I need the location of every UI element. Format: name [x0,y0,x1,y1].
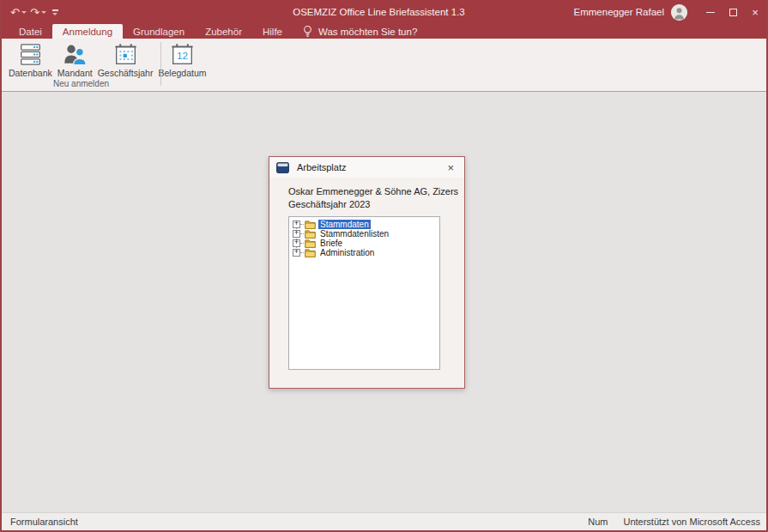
titlebar-controls: Emmenegger Rafael × [574,0,766,24]
mandant-button[interactable]: Mandant [55,40,95,79]
close-button[interactable]: × [744,0,766,24]
tree-item-label[interactable]: Stammdatenlisten [318,229,390,239]
users-icon [63,41,88,67]
tell-me-search[interactable]: Was möchten Sie tun? [303,24,417,39]
dialog-titlebar[interactable]: Arbeitsplatz × [269,157,464,178]
ribbon-tab-bar: Datei Anmeldung Grundlagen Zubehör Hilfe… [2,24,766,39]
calendar-date-number: 12 [177,50,188,61]
avatar[interactable] [671,4,687,21]
tree-branch-line [300,233,304,234]
expand-icon[interactable]: + [293,239,300,247]
tab-grundlagen[interactable]: Grundlagen [123,24,195,39]
tree-item-stammdatenlisten[interactable]: + Stammdatenlisten [289,229,439,239]
chevron-down-icon[interactable] [41,11,46,14]
tree-branch-line [300,252,304,253]
close-icon: × [752,7,759,18]
mandant-label: Mandant [57,68,93,78]
company-line: Oskar Emmenegger & Söhne AG, Zizers [288,185,458,198]
maximize-icon [729,9,737,16]
undo-icon: ↶ [10,7,20,18]
form-icon [276,162,289,173]
geschaeftsjahr-label: Geschäftsjahr [98,68,154,78]
ribbon-group-label: Neu anmelden [2,79,160,88]
person-icon [671,4,687,21]
folder-icon [305,220,316,229]
customize-qat-icon [52,9,58,11]
belegdatum-button[interactable]: 12 Belegdatum [155,40,209,79]
tree-item-label[interactable]: Stammdaten [318,220,371,229]
minimize-icon [706,12,715,13]
chevron-down-icon[interactable] [21,11,27,14]
workspace-info: Oskar Emmenegger & Söhne AG, Zizers Gesc… [288,185,458,211]
ribbon-group-separator [160,42,161,86]
expand-icon[interactable]: + [293,230,300,238]
tree-item-stammdaten[interactable]: + Stammdaten [289,220,439,229]
datenbank-button[interactable]: Datenbank [6,40,55,79]
redo-button[interactable]: ↷ [30,7,46,18]
app-window: ↶ ↷ OSEMZIZ Office Line Briefassistent 1… [0,0,768,532]
ribbon: Datenbank Mandant [2,39,766,92]
num-lock-indicator: Num [588,517,608,527]
expand-icon[interactable]: + [293,221,300,228]
undo-button[interactable]: ↶ [10,7,27,18]
ribbon-group-neu-anmelden: Datenbank Mandant [2,39,160,91]
powered-by-label: Unterstützt von Microsoft Access [623,517,760,527]
chevron-down-icon [52,13,57,15]
dialog-close-button[interactable]: × [444,160,457,175]
fiscal-year-line: Geschäftsjahr 2023 [288,198,458,211]
belegdatum-label: Belegdatum [158,68,206,78]
status-bar: Formularansicht Num Unterstützt von Micr… [2,512,766,530]
datenbank-label: Datenbank [9,68,52,78]
window-title: OSEMZIZ Office Line Briefassistent 1.3 [293,7,464,17]
redo-icon: ↷ [30,7,39,18]
main-content: Arbeitsplatz × Oskar Emmenegger & Söhne … [2,92,766,512]
tree-item-label[interactable]: Administration [318,248,376,257]
tell-me-label: Was möchten Sie tun? [318,27,417,37]
folder-icon [305,239,316,248]
maximize-button[interactable] [722,0,744,24]
minimize-button[interactable] [699,0,722,24]
folder-icon [305,248,316,257]
dialog-title: Arbeitsplatz [297,162,346,172]
tree-branch-line [300,243,304,244]
calendar-grid-icon [113,41,138,67]
tree-item-briefe[interactable]: + Briefe [289,239,439,248]
arbeitsplatz-dialog: Arbeitsplatz × Oskar Emmenegger & Söhne … [269,156,465,389]
view-mode-label: Formularansicht [10,517,78,527]
account-name[interactable]: Emmenegger Rafael [574,7,664,17]
quick-access-toolbar: ↶ ↷ [10,0,58,24]
geschaeftsjahr-button[interactable]: Geschäftsjahr [95,40,156,79]
expand-icon[interactable]: + [293,249,300,257]
folder-icon [305,229,316,239]
tree-item-administration[interactable]: + Administration [289,248,439,257]
lightbulb-icon [303,25,312,38]
database-icon [19,41,42,67]
tree-branch-line [300,224,304,225]
navigation-tree[interactable]: + Stammdaten + [288,216,440,370]
tree-item-label[interactable]: Briefe [318,239,344,248]
tab-zubehoer[interactable]: Zubehör [195,24,252,39]
calendar-date-icon: 12 [170,41,195,67]
tab-hilfe[interactable]: Hilfe [252,24,293,39]
customize-qat-button[interactable] [52,9,58,15]
tab-anmeldung[interactable]: Anmeldung [52,24,123,39]
titlebar: ↶ ↷ OSEMZIZ Office Line Briefassistent 1… [2,0,766,24]
tab-datei[interactable]: Datei [9,24,52,39]
